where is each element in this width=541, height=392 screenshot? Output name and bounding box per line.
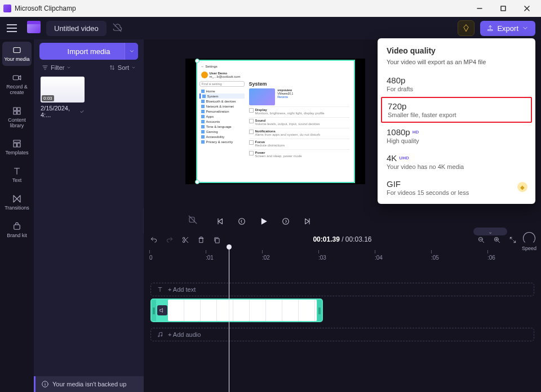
filter-label: Filter	[51, 64, 64, 71]
svg-rect-8	[13, 75, 19, 80]
rail-label: Record & create	[2, 84, 32, 96]
svg-rect-14	[14, 140, 20, 142]
export-button[interactable]: Export	[480, 21, 535, 36]
app-toolbar: Untitled video Export	[0, 17, 541, 39]
skip-back-button[interactable]	[236, 216, 247, 227]
svg-line-55	[498, 241, 500, 243]
add-text-track[interactable]: + Add text	[150, 283, 534, 296]
rail-label: Templates	[5, 150, 28, 156]
backup-warning-text: Your media isn't backed up	[52, 381, 126, 387]
svg-marker-5	[464, 25, 468, 32]
clip-trim-left[interactable]: ‖	[152, 300, 156, 321]
templates-icon	[11, 139, 23, 149]
rail-transitions[interactable]: Transitions	[2, 190, 32, 215]
play-button[interactable]	[258, 215, 270, 228]
ruler-tick: :02	[262, 250, 270, 261]
clip-audio-icon[interactable]	[157, 305, 167, 315]
timeline-clip[interactable]: ‖ ‖	[150, 299, 323, 322]
export-option-480p[interactable]: 480p For drafts	[378, 71, 535, 97]
svg-line-51	[482, 241, 484, 243]
svg-point-40	[282, 219, 289, 225]
skip-forward-button[interactable]	[280, 216, 291, 227]
menu-button[interactable]	[6, 21, 21, 35]
svg-point-61	[158, 336, 159, 337]
fit-timeline-button[interactable]	[508, 235, 517, 244]
sort-label: Sort	[118, 64, 129, 71]
record-icon	[11, 73, 23, 83]
svg-rect-48	[216, 239, 219, 243]
rail-content-library[interactable]: Content library	[2, 103, 32, 132]
svg-rect-13	[17, 111, 20, 114]
backup-warning-bar[interactable]: Your media isn't backed up	[34, 376, 144, 392]
rail-templates[interactable]: Templates	[2, 135, 32, 159]
import-media-button[interactable]: Import media	[39, 43, 138, 60]
svg-point-38	[238, 219, 245, 225]
zoom-out-button[interactable]	[477, 235, 486, 244]
window-minimize-button[interactable]	[469, 2, 490, 15]
clip-trim-right[interactable]: ‖	[317, 300, 322, 321]
svg-marker-41	[305, 219, 309, 224]
rail-your-media[interactable]: Your media	[2, 42, 32, 66]
timeline-collapse-button[interactable]: ⌄	[473, 228, 507, 235]
rail-label: Transitions	[5, 206, 29, 211]
timeline-ruler[interactable]: 0:01:02:03:04:05:06	[149, 250, 535, 260]
copy-button[interactable]	[212, 235, 221, 244]
rail-text[interactable]: Text	[2, 163, 32, 187]
ruler-tick: :03	[318, 250, 326, 261]
check-icon	[79, 109, 85, 114]
export-option-720p[interactable]: 720p Smaller file, faster export	[381, 97, 532, 123]
sidebar-rail: Your media Record & create Content libra…	[0, 39, 34, 392]
selected-clip[interactable]: ← Settings User Demom_...b@outlook.com F…	[196, 60, 355, 183]
redo-button[interactable]	[165, 235, 174, 244]
delete-button[interactable]	[197, 235, 206, 244]
project-title-input[interactable]: Untitled video	[46, 21, 107, 36]
svg-line-56	[510, 237, 512, 239]
window-maximize-button[interactable]	[493, 2, 514, 15]
filter-button[interactable]: Filter	[42, 64, 71, 71]
brandkit-icon	[11, 221, 23, 231]
media-thumbnail[interactable]: 2/15/2024, 4:...	[41, 77, 85, 118]
preview-content: ← Settings User Demom_...b@outlook.com F…	[197, 61, 354, 182]
svg-rect-11	[17, 108, 20, 110]
svg-marker-36	[218, 219, 222, 224]
next-frame-button[interactable]	[301, 216, 313, 227]
export-option-1080p[interactable]: 1080pHD High quality	[378, 123, 535, 149]
preview-wallpaper	[249, 88, 275, 105]
premium-button[interactable]	[458, 20, 475, 36]
rail-label: Your media	[4, 57, 29, 63]
prev-frame-button[interactable]	[215, 216, 226, 227]
sort-button[interactable]: Sort	[109, 64, 136, 71]
window-titlebar: Microsoft Clipchamp	[0, 0, 541, 17]
speed-indicator[interactable]: Speed	[520, 232, 539, 251]
svg-point-62	[161, 335, 162, 336]
window-close-button[interactable]	[516, 2, 538, 15]
rail-label: Content library	[2, 118, 32, 129]
export-option-4k[interactable]: 4KUHD Your video has no 4K media	[378, 149, 535, 175]
add-audio-label: + Add audio	[168, 331, 201, 338]
svg-rect-15	[14, 144, 16, 148]
rail-brand-kit[interactable]: Brand kit	[2, 218, 32, 242]
undo-button[interactable]	[149, 235, 158, 244]
gauge-icon	[523, 232, 535, 244]
rail-label: Brand kit	[7, 233, 27, 239]
svg-rect-7	[14, 48, 20, 53]
cloud-off-icon[interactable]	[112, 23, 122, 34]
svg-line-57	[513, 240, 516, 243]
svg-line-46	[185, 237, 188, 240]
clipchamp-logo-icon	[27, 23, 41, 33]
import-media-caret[interactable]	[125, 43, 138, 60]
preview-user-email: m_...b@outlook.com	[210, 75, 241, 78]
app-logo-icon	[3, 5, 11, 12]
import-media-label: Import media	[68, 47, 110, 56]
export-quality-menu: Video quality Your video will export as …	[378, 38, 535, 204]
preview-canvas[interactable]: ← Settings User Demom_...b@outlook.com F…	[185, 59, 365, 184]
zoom-in-button[interactable]	[493, 235, 502, 244]
add-audio-track[interactable]: + Add audio	[150, 328, 534, 341]
export-menu-subtitle: Your video will export as an MP4 file	[378, 59, 535, 71]
split-button[interactable]	[181, 235, 190, 244]
rail-record-create[interactable]: Record & create	[2, 69, 32, 99]
ruler-tick: :05	[431, 250, 439, 261]
playhead[interactable]	[229, 244, 229, 392]
ruler-tick: 0	[149, 250, 153, 261]
export-option-gif[interactable]: GIF For videos 15 seconds or less	[378, 175, 535, 201]
